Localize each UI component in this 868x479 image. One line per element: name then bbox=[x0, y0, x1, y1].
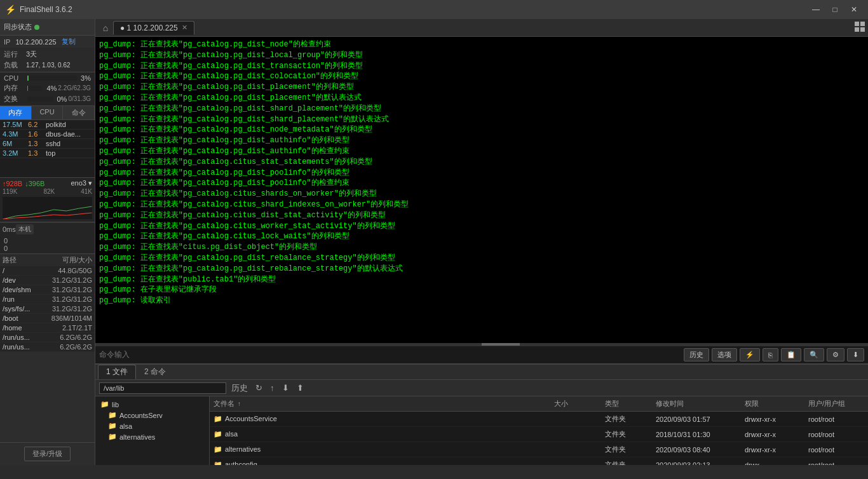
settings-button[interactable]: ⚙ bbox=[827, 348, 844, 361]
uptime-row: 运行 3天 bbox=[4, 49, 91, 60]
file-type-1: 文件夹 bbox=[601, 413, 652, 425]
ip-value: 10.2.200.225 bbox=[15, 38, 56, 46]
history-file-button[interactable]: 历史 bbox=[229, 381, 250, 395]
file-perm-4: drwx------ bbox=[741, 460, 804, 466]
status-dot bbox=[34, 25, 39, 30]
term-line: pg_dump: 正在查找表"pg_catalog.pg_dist_placem… bbox=[99, 82, 864, 93]
col-header-type[interactable]: 类型 bbox=[601, 398, 652, 410]
close-button[interactable]: ✕ bbox=[845, 3, 863, 16]
file-content: 📁 lib 📁 AccountsServ 📁 alsa bbox=[95, 396, 868, 465]
disk-item[interactable]: /run31.2G/31.2G bbox=[0, 295, 95, 304]
search-button[interactable]: 🔍 bbox=[804, 348, 824, 361]
term-line: pg_dump: 正在查找表"pg_catalog.pg_dist_coloca… bbox=[99, 71, 864, 82]
copy-ip-button[interactable]: 复制 bbox=[62, 37, 76, 46]
disk-item[interactable]: /dev/shm31.2G/31.2G bbox=[0, 285, 95, 295]
file-path-input[interactable] bbox=[99, 382, 226, 394]
disk-item[interactable]: /home2.1T/2.1T bbox=[0, 323, 95, 333]
file-name-3: 📁alternatives bbox=[210, 444, 550, 455]
col-header-name[interactable]: 文件名 ↑ bbox=[210, 398, 550, 410]
process-item[interactable]: 17.5M 6.2 polkitd bbox=[0, 120, 95, 130]
file-tree: 📁 lib 📁 AccountsServ 📁 alsa bbox=[95, 396, 210, 465]
file-time-3: 2020/09/03 08:40 bbox=[652, 445, 741, 455]
terminal[interactable]: pg_dump: 正在查找表"pg_catalog.pg_dist_node"的… bbox=[95, 37, 868, 343]
main-container: 同步状态 IP 10.2.200.225 复制 运行 3天 负载 1.27, 1… bbox=[0, 19, 868, 465]
net-iface[interactable]: eno3 ▾ bbox=[71, 179, 92, 187]
term-line: pg_dump: 正在查找表"pg_catalog.citus_shards_o… bbox=[99, 189, 864, 199]
scroll-thumb bbox=[482, 343, 520, 346]
download-button[interactable]: ⬇ bbox=[847, 348, 864, 361]
tab-cpu[interactable]: CPU bbox=[32, 106, 64, 119]
file-panel: 历史 ↻ ↑ ⬇ ⬆ 📁 lib bbox=[95, 380, 868, 465]
tree-label-accounts: AccountsServ bbox=[119, 412, 163, 419]
history-button[interactable]: 历史 bbox=[684, 348, 709, 361]
ip-bar: IP 10.2.200.225 复制 bbox=[0, 36, 95, 48]
file-type-2: 文件夹 bbox=[601, 428, 652, 440]
process-item[interactable]: 4.3M 1.6 dbus-dae... bbox=[0, 130, 95, 139]
file-row[interactable]: 📁AccountsService 文件夹 2020/09/03 01:57 dr… bbox=[210, 412, 868, 427]
file-row[interactable]: 📁authconfig 文件夹 2020/09/03 02:13 drwx---… bbox=[210, 457, 868, 465]
copy-button[interactable]: ⎘ bbox=[763, 348, 778, 361]
file-row[interactable]: 📁alsa 文件夹 2018/10/31 01:30 drwxr-xr-x ro… bbox=[210, 427, 868, 442]
tree-item-accountsserv[interactable]: 📁 AccountsServ bbox=[98, 410, 207, 421]
cmd-input[interactable] bbox=[99, 351, 684, 360]
sync-status-row: 同步状态 bbox=[4, 22, 91, 32]
maximize-button[interactable]: □ bbox=[826, 3, 844, 16]
file-user-3: root/root bbox=[804, 445, 868, 455]
net-val-1: 119K bbox=[3, 188, 17, 195]
tab-session-1[interactable]: ● 1 10.2.200.225 ✕ bbox=[113, 21, 194, 35]
file-size-3 bbox=[550, 449, 601, 451]
tree-item-alsa[interactable]: 📁 alsa bbox=[98, 421, 207, 431]
paste-button[interactable]: 📋 bbox=[781, 348, 801, 361]
disk-item[interactable]: /sys/fs/...31.2G/31.2G bbox=[0, 304, 95, 314]
file-row[interactable]: 📁alternatives 文件夹 2020/09/03 08:40 drwxr… bbox=[210, 442, 868, 457]
mem-bar-container bbox=[27, 86, 43, 91]
options-button[interactable]: 选项 bbox=[712, 348, 737, 361]
tab-command[interactable]: 命令 bbox=[63, 106, 95, 119]
refresh-file-button[interactable]: ↻ bbox=[253, 382, 265, 394]
cmd-bar: 历史 选项 ⚡ ⎘ 📋 🔍 ⚙ ⬇ bbox=[95, 346, 868, 363]
term-line: pg_dump: 正在查找表"pg_catalog.citus_worker_s… bbox=[99, 221, 864, 232]
disk-item[interactable]: /dev31.2G/31.2G bbox=[0, 276, 95, 285]
tab-close-1[interactable]: ✕ bbox=[182, 24, 187, 32]
tree-item-alternatives[interactable]: 📁 alternatives bbox=[98, 431, 207, 442]
download-file-button[interactable]: ⬇ bbox=[280, 382, 292, 394]
grid-icon[interactable] bbox=[854, 21, 865, 34]
tab-memory[interactable]: 内存 bbox=[0, 106, 32, 119]
net-values: 119K 82K 41K bbox=[3, 187, 92, 196]
status-section: 同步状态 bbox=[0, 19, 95, 36]
home-button[interactable]: ⌂ bbox=[98, 21, 113, 35]
tab-label-1: ● 1 10.2.200.225 bbox=[120, 24, 178, 32]
disk-item[interactable]: /run/us...6.2G/6.2G bbox=[0, 333, 95, 342]
file-time-4: 2020/09/03 02:13 bbox=[652, 460, 741, 466]
file-perm-3: drwxr-xr-x bbox=[741, 445, 804, 455]
disk-item[interactable]: /run/us...6.2G/6.2G bbox=[0, 342, 95, 352]
file-rows: 📁AccountsService 文件夹 2020/09/03 01:57 dr… bbox=[210, 412, 868, 465]
run-button[interactable]: ⚡ bbox=[740, 348, 760, 361]
mem-value: 4% bbox=[46, 84, 57, 92]
login-upgrade-button[interactable]: 登录/升级 bbox=[24, 447, 71, 461]
minimize-button[interactable]: — bbox=[807, 3, 825, 16]
proc-name-4: top bbox=[46, 149, 92, 157]
latency-val-2: 0 bbox=[4, 245, 91, 252]
tab-files[interactable]: 1 文件 bbox=[98, 365, 136, 379]
process-item[interactable]: 3.2M 1.3 top bbox=[0, 149, 95, 158]
load-label: 负载 bbox=[4, 60, 26, 70]
disk-item[interactable]: /44.8G/50G bbox=[0, 266, 95, 276]
titlebar: ⚡ FinalShell 3.6.2 — □ ✕ bbox=[0, 0, 868, 19]
term-line: pg_dump: 正在查找表"pg_catalog.pg_dist_node_m… bbox=[99, 125, 864, 135]
process-item[interactable]: 6M 1.3 sshd bbox=[0, 139, 95, 149]
up-dir-button[interactable]: ↑ bbox=[268, 382, 277, 394]
col-header-perm[interactable]: 权限 bbox=[741, 398, 804, 410]
mem-detail: 2.2G/62.3G bbox=[58, 84, 91, 91]
process-tabs: 内存 CPU 命令 bbox=[0, 106, 95, 120]
cpu-bar bbox=[27, 76, 29, 81]
svg-rect-1 bbox=[860, 22, 865, 26]
upload-file-button[interactable]: ⬆ bbox=[294, 382, 306, 394]
tab-commands[interactable]: 2 命令 bbox=[136, 365, 174, 379]
col-header-size[interactable]: 大小 bbox=[550, 398, 601, 410]
tree-item-lib[interactable]: 📁 lib bbox=[98, 399, 207, 410]
col-header-time[interactable]: 修改时间 bbox=[652, 398, 741, 410]
bottom-tabs: 1 文件 2 命令 bbox=[95, 365, 868, 380]
disk-item[interactable]: /boot836M/1014M bbox=[0, 314, 95, 323]
col-header-user[interactable]: 用户/用户组 bbox=[804, 398, 868, 410]
